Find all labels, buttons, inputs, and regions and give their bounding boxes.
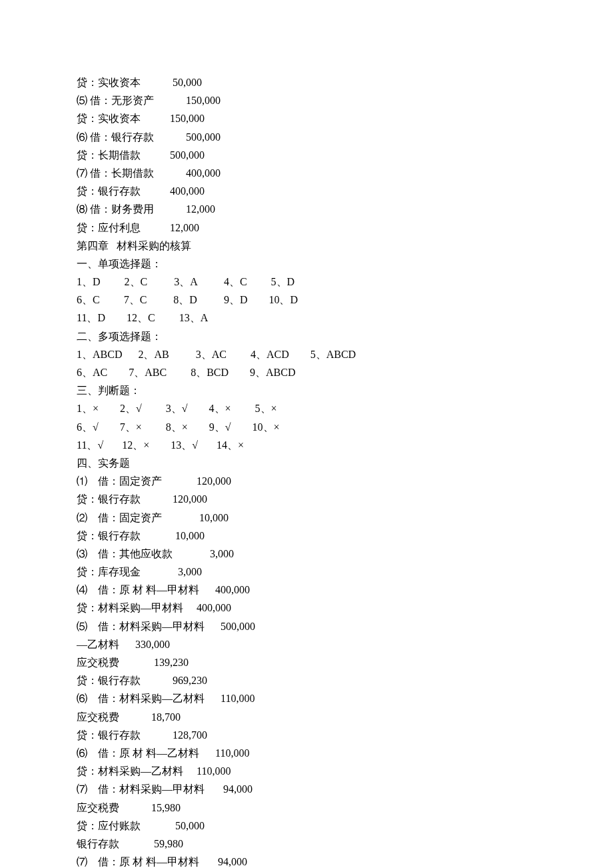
text-line: ⑶ 借：其他应收款 3,000 bbox=[77, 545, 536, 563]
text-line: 贷：银行存款 128,700 bbox=[77, 726, 536, 744]
text-line: 四、实务题 bbox=[77, 454, 536, 472]
text-line: 二、多项选择题： bbox=[77, 327, 536, 345]
text-line: —乙材料 330,000 bbox=[77, 635, 536, 653]
text-line: ⑹ 借：材料采购—乙材料 110,000 bbox=[77, 689, 536, 707]
text-line: 贷：银行存款 969,230 bbox=[77, 671, 536, 689]
text-line: 贷：银行存款 120,000 bbox=[77, 490, 536, 508]
text-line: 贷：材料采购—乙材料 110,000 bbox=[77, 762, 536, 780]
text-line: 6、AC 7、ABC 8、BCD 9、ABCD bbox=[77, 363, 536, 381]
text-line: 11、√ 12、× 13、√ 14、× bbox=[77, 436, 536, 454]
text-line: 6、√ 7、× 8、× 9、√ 10、× bbox=[77, 418, 536, 436]
text-line: 贷：银行存款 400,000 bbox=[77, 182, 536, 200]
text-line: ⑵ 借：固定资产 10,000 bbox=[77, 509, 536, 527]
text-line: 11、D 12、C 13、A bbox=[77, 309, 536, 327]
text-line: ⑷ 借：原 材 料—甲材料 400,000 bbox=[77, 581, 536, 599]
text-line: 应交税费 18,700 bbox=[77, 708, 536, 726]
text-line: 三、判断题： bbox=[77, 381, 536, 399]
text-line: 贷：实收资本 150,000 bbox=[77, 109, 536, 127]
text-line: 应交税费 139,230 bbox=[77, 653, 536, 671]
text-line: 1、× 2、√ 3、√ 4、× 5、× bbox=[77, 399, 536, 417]
text-line: ⑴ 借：固定资产 120,000 bbox=[77, 472, 536, 490]
text-line: 第四章 材料采购的核算 bbox=[77, 237, 536, 255]
text-line: 贷：材料采购—甲材料 400,000 bbox=[77, 599, 536, 617]
text-line: ⑺ 借：长期借款 400,000 bbox=[77, 164, 536, 182]
text-line: 银行存款 59,980 bbox=[77, 835, 536, 853]
text-line: 1、ABCD 2、AB 3、AC 4、ACD 5、ABCD bbox=[77, 345, 536, 363]
text-line: ⑻ 借：财务费用 12,000 bbox=[77, 200, 536, 218]
text-line: 贷：应付利息 12,000 bbox=[77, 219, 536, 237]
text-line: 1、D 2、C 3、A 4、C 5、D bbox=[77, 273, 536, 291]
text-line: ⑹ 借：银行存款 500,000 bbox=[77, 128, 536, 146]
text-line: 应交税费 15,980 bbox=[77, 799, 536, 817]
text-line: 一、单项选择题： bbox=[77, 255, 536, 273]
text-line: ⑸ 借：材料采购—甲材料 500,000 bbox=[77, 617, 536, 635]
text-line: ⑹ 借：原 材 料—乙材料 110,000 bbox=[77, 744, 536, 762]
text-line: 贷：银行存款 10,000 bbox=[77, 527, 536, 545]
text-line: ⑸ 借：无形资产 150,000 bbox=[77, 91, 536, 109]
text-line: ⑺ 借：材料采购—甲材料 94,000 bbox=[77, 780, 536, 798]
text-line: 贷：实收资本 50,000 bbox=[77, 73, 536, 91]
text-line: 贷：库存现金 3,000 bbox=[77, 563, 536, 581]
text-line: 6、C 7、C 8、D 9、D 10、D bbox=[77, 291, 536, 309]
text-line: 贷：长期借款 500,000 bbox=[77, 146, 536, 164]
document-body: 贷：实收资本 50,000⑸ 借：无形资产 150,000贷：实收资本 150,… bbox=[77, 73, 536, 868]
text-line: ⑺ 借：原 材 料—甲材料 94,000 bbox=[77, 853, 536, 868]
text-line: 贷：应付账款 50,000 bbox=[77, 817, 536, 835]
